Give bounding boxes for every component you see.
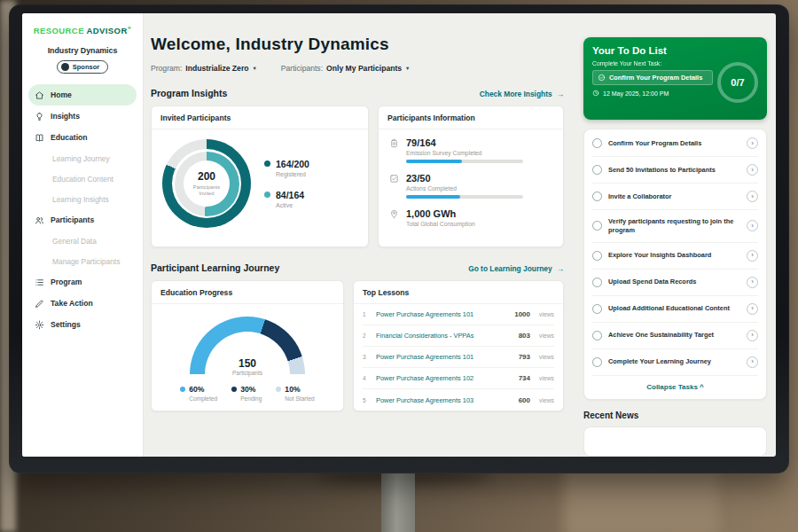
- sidebar-item-program[interactable]: Program: [28, 271, 137, 293]
- lesson-link[interactable]: Financial Considerations - VPPAs: [376, 332, 512, 340]
- take-action-icon: [35, 299, 44, 309]
- chevron-right-icon[interactable]: ›: [747, 137, 758, 149]
- nav-item-label: Take Action: [51, 299, 93, 308]
- task-checkbox[interactable]: [592, 165, 602, 175]
- filters: Program: Industrialize Zero ▾ Participan…: [151, 64, 564, 73]
- sidebar-item-insights[interactable]: Insights: [28, 106, 137, 127]
- todo-next-task[interactable]: Confirm Your Program Details: [592, 70, 713, 85]
- task-checkbox[interactable]: [592, 331, 602, 340]
- task-row-confirm-your-program-details[interactable]: Confirm Your Program Details›: [592, 130, 758, 157]
- lesson-row: 5Power Purchase Agreements 103600views: [363, 389, 554, 411]
- lesson-views-unit: views: [539, 311, 554, 317]
- chevron-right-icon[interactable]: ›: [747, 330, 758, 341]
- lesson-row: 1Power Purchase Agreements 1011000views: [363, 304, 554, 325]
- lesson-link[interactable]: Power Purchase Agreements 101: [376, 310, 508, 318]
- collapse-tasks-button[interactable]: Collapse Tasks ^: [592, 376, 758, 397]
- program-insights-cards: Invited Participants 200 Participants In…: [151, 106, 564, 247]
- chevron-down-icon: ▾: [406, 65, 409, 72]
- sidebar-item-education[interactable]: Education: [28, 127, 137, 148]
- sidebar-item-home[interactable]: Home: [28, 84, 137, 106]
- arrow-right-icon: →: [557, 90, 564, 98]
- lesson-link[interactable]: Power Purchase Agreements 101: [376, 353, 512, 361]
- sidebar-item-settings[interactable]: Settings: [28, 314, 137, 335]
- sidebar-item-take-action[interactable]: Take Action: [28, 293, 137, 314]
- lesson-views-unit: views: [539, 375, 554, 381]
- task-row-achieve-one-sustainability-target[interactable]: Achieve One Sustainability Target›: [592, 323, 758, 349]
- participants-filter-value: Only My Participants: [326, 64, 402, 73]
- page-title: Welcome, Industry Dynamics: [151, 35, 564, 54]
- nav-item-label: Insights: [51, 112, 80, 121]
- section-title-learning-journey: Participant Learning Journey: [151, 262, 279, 273]
- invited-card-body: 200 Participants Invited 164/200Register…: [152, 129, 368, 238]
- legend-label: Not Started: [285, 395, 314, 402]
- task-row-verify-participants-requesting-to-join-the-program[interactable]: Verify participants requesting to join t…: [592, 210, 758, 243]
- donut-legend-item: 164/200Registered: [264, 159, 309, 177]
- legend-label: Completed: [189, 395, 217, 402]
- sidebar-item-general-data[interactable]: General Data: [28, 231, 137, 251]
- todo-title: Your To Do List: [592, 45, 758, 56]
- sponsor-badge[interactable]: Sponsor: [57, 60, 108, 74]
- lesson-row: 3Power Purchase Agreements 101793views: [363, 347, 554, 368]
- task-checkbox[interactable]: [592, 304, 602, 314]
- lesson-views-value: 600: [519, 396, 530, 404]
- chevron-right-icon[interactable]: ›: [747, 220, 758, 231]
- nav-item-label: Participants: [51, 215, 94, 224]
- chevron-right-icon[interactable]: ›: [747, 250, 758, 262]
- task-row-explore-your-insights-dashboard[interactable]: Explore Your Insights Dashboard›: [592, 243, 758, 270]
- stat-text: 23/50Actions Completed: [406, 173, 523, 199]
- participants-information-card: Participants Information 79/164Emission …: [378, 106, 564, 247]
- survey-icon: [389, 138, 399, 148]
- task-row-complete-your-learning-journey[interactable]: Complete Your Learning Journey›: [592, 349, 758, 376]
- sidebar-item-education-content[interactable]: Education Content: [28, 168, 137, 189]
- task-row-send-50-invitations-to-participants[interactable]: Send 50 Invitations to Participants›: [592, 157, 758, 184]
- task-row-upload-spend-data-records[interactable]: Upload Spend Data Records›: [592, 270, 758, 296]
- stat-total-global-consumption: 1,000 GWhTotal Global Consumption: [389, 208, 552, 231]
- participants-filter[interactable]: Participants: Only My Participants ▾: [281, 64, 410, 73]
- stat-value: 23/50: [406, 173, 523, 184]
- donut-center-value: 200: [198, 170, 215, 183]
- lesson-link[interactable]: Power Purchase Agreements 103: [376, 396, 512, 404]
- lesson-row: 4Power Purchase Agreements 102734views: [363, 368, 554, 389]
- gauge-legend-top: 60%: [180, 385, 217, 394]
- task-checkbox[interactable]: [592, 278, 602, 287]
- task-checkbox[interactable]: [592, 192, 602, 201]
- todo-next-task-label: Confirm Your Program Details: [609, 74, 702, 82]
- stat-label: Emission Survey Completed: [406, 150, 523, 156]
- legend-dot-icon: [264, 192, 270, 198]
- lesson-views-unit: views: [539, 332, 554, 339]
- program-icon: [35, 278, 44, 287]
- legend-value: 84/164: [276, 190, 304, 200]
- lesson-link[interactable]: Power Purchase Agreements 102: [376, 374, 512, 382]
- sidebar-item-learning-journey[interactable]: Learning Journey: [28, 148, 137, 168]
- task-checkbox[interactable]: [592, 357, 602, 367]
- task-checkbox[interactable]: [592, 251, 602, 261]
- recent-news-title: Recent News: [583, 411, 767, 420]
- lesson-views-value: 1000: [514, 310, 530, 318]
- sidebar-item-participants[interactable]: Participants: [28, 209, 137, 231]
- legend-dot-icon: [180, 387, 185, 392]
- chevron-right-icon[interactable]: ›: [747, 164, 758, 176]
- stat-progress-bar: [406, 160, 523, 163]
- chevron-right-icon[interactable]: ›: [747, 356, 758, 368]
- sidebar-item-manage-participants[interactable]: Manage Participants: [28, 251, 137, 271]
- chevron-right-icon[interactable]: ›: [747, 277, 758, 288]
- check-more-insights-link[interactable]: Check More Insights →: [480, 90, 564, 98]
- task-checkbox[interactable]: [592, 138, 602, 148]
- chevron-right-icon[interactable]: ›: [747, 303, 758, 315]
- stat-label: Actions Completed: [406, 185, 523, 192]
- chevron-right-icon[interactable]: ›: [747, 191, 758, 202]
- task-row-upload-additional-educational-content[interactable]: Upload Additional Educational Content›: [592, 296, 758, 323]
- legend-value: 164/200: [276, 159, 309, 169]
- home-icon: [35, 90, 44, 100]
- gauge-legend: 60%Completed30%Pending10%Not Started: [160, 385, 334, 402]
- nav-item-label: Settings: [51, 320, 81, 329]
- task-row-invite-a-collaborator[interactable]: Invite a Collaborator›: [592, 184, 758, 210]
- stat-text: 1,000 GWhTotal Global Consumption: [406, 208, 475, 231]
- task-checkbox[interactable]: [592, 221, 602, 231]
- task-label: Achieve One Sustainability Target: [608, 331, 740, 340]
- program-filter[interactable]: Program: Industrialize Zero ▾: [151, 64, 256, 73]
- participants-icon: [35, 215, 44, 225]
- donut-center-label: Participants Invited: [188, 184, 225, 197]
- go-to-learning-journey-link[interactable]: Go to Learning Journey →: [468, 264, 564, 273]
- sidebar-item-learning-insights[interactable]: Learning Insights: [28, 189, 137, 209]
